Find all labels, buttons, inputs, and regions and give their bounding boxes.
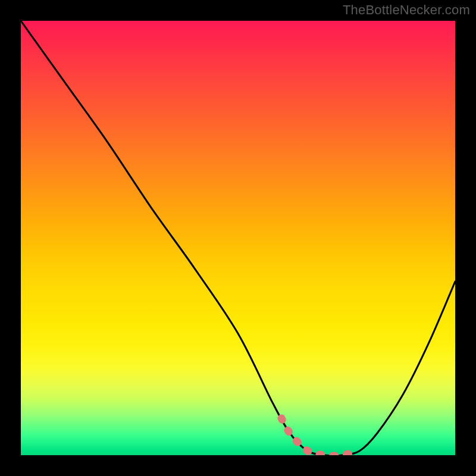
watermark-text: TheBottleNecker.com (343, 2, 470, 18)
plot-area (21, 21, 455, 455)
chart-svg (21, 21, 455, 455)
chart-frame: TheBottleNecker.com (0, 0, 476, 476)
bottleneck-curve-path (21, 21, 455, 455)
